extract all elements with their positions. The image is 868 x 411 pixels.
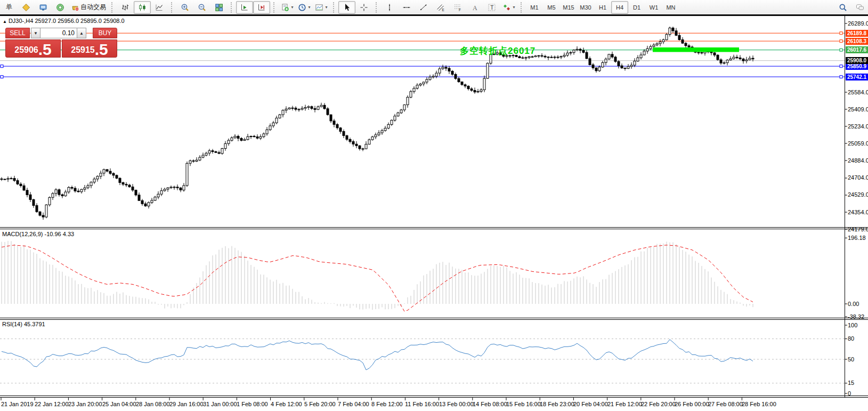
search-button[interactable] (834, 1, 851, 14)
chart-title: ▲DJ30-,H4 25927.0 25956.0 25895.0 25908.… (3, 18, 125, 24)
template-icon (315, 3, 323, 12)
chevron-down-icon: ▾ (325, 5, 327, 10)
templates-button[interactable]: ▾ (313, 1, 330, 14)
macd-axis-tick: -38.32 (848, 313, 864, 320)
new-order-button-label: 单 (6, 3, 12, 12)
svg-text:T: T (490, 4, 493, 10)
volume-decrease-button[interactable]: ▼ (31, 28, 40, 38)
cursor-icon (343, 3, 351, 12)
tf-m30-button[interactable]: M30 (577, 1, 594, 14)
navigator-icon (39, 3, 47, 12)
time-axis-label: 27 Feb 08:00 (708, 401, 743, 407)
price-axis-tick: 26289.0 (848, 20, 868, 27)
community-button[interactable] (851, 1, 868, 14)
price-axis-tick: 24884.0 (848, 157, 868, 164)
tf-h1-button[interactable]: H1 (594, 1, 611, 14)
text-button[interactable]: A (466, 1, 483, 14)
vertical-line-button[interactable] (381, 1, 398, 14)
buy-price[interactable]: 25915.5 (62, 39, 117, 58)
tf-m15-button[interactable]: M15 (560, 1, 577, 14)
zoom-out-button[interactable] (193, 1, 210, 14)
tf-m1-button[interactable]: M1 (526, 1, 543, 14)
chart-shift-button[interactable] (253, 1, 270, 14)
navigator-button[interactable] (35, 1, 52, 14)
trendline-button[interactable] (415, 1, 432, 14)
buy-price-frac: .5 (95, 42, 108, 57)
new-order-button[interactable]: 单 (1, 1, 18, 14)
toolbar-separator (273, 2, 277, 13)
price-axis-tick: 25234.0 (848, 123, 868, 130)
equidistant-channel-button[interactable]: E (432, 1, 449, 14)
sell-button[interactable]: SELL (5, 28, 30, 38)
macd-axis-tick: 0.00 (848, 301, 859, 308)
tf-h4-button[interactable]: H4 (611, 1, 628, 14)
text-label-button[interactable]: T (483, 1, 500, 14)
zoom-in-icon (181, 3, 189, 12)
horizontal-line-button[interactable] (398, 1, 415, 14)
time-axis-label: 23 Jan 20:00 (68, 401, 102, 407)
toolbar-separator (376, 2, 379, 13)
line-chart-button[interactable] (151, 1, 168, 14)
candlestick-chart-button[interactable] (134, 1, 151, 14)
time-axis-label: 31 Jan 00:00 (203, 401, 237, 407)
time-axis-label: 14 Feb 08:00 (473, 401, 507, 407)
cursor-button[interactable] (338, 1, 355, 14)
application-window: 单自动交易▾▾▾EFAT▾M1M5M15M30H1H4D1W1MN 26289.… (0, 0, 868, 411)
chart-canvas[interactable] (0, 0, 868, 411)
rsi-axis-tick: 15 (848, 380, 854, 386)
price-axis-tick: 25059.0 (848, 140, 868, 147)
autotrading-button[interactable]: 自动交易 (69, 1, 108, 14)
time-axis-label: 28 Feb 16:00 (742, 401, 776, 407)
rsi-axis-tick: 0 (848, 390, 851, 397)
bar-chart-button[interactable] (117, 1, 134, 14)
clock-icon (298, 3, 306, 12)
time-axis-label: 22 Feb 20:00 (641, 401, 676, 407)
line-icon (155, 3, 164, 12)
volume-input[interactable] (40, 28, 77, 38)
time-axis-label: 15 Feb 16:00 (506, 401, 541, 407)
toolbar-separator (111, 2, 115, 13)
zoom-in-button[interactable] (176, 1, 193, 14)
crosshair-button[interactable] (355, 1, 372, 14)
tf-d1-button[interactable]: D1 (628, 1, 645, 14)
current-price-badge: 25908.0 (846, 57, 868, 64)
market-watch-button[interactable] (18, 1, 35, 14)
tf-mn-button[interactable]: MN (662, 1, 679, 14)
trend-annotation[interactable]: 多空转折点26017 (460, 45, 536, 57)
search-icon (839, 3, 847, 12)
buy-button[interactable]: BUY (93, 28, 117, 38)
time-axis-label: 22 Jan 12:00 (35, 401, 69, 407)
tile-windows-button[interactable] (210, 1, 228, 14)
time-axis-label: 1 Feb 08:00 (237, 401, 268, 407)
autotrading-icon (71, 3, 79, 12)
price-level-badge: 26017.6 (846, 46, 868, 53)
collapse-panel-arrow[interactable]: ▲ (3, 19, 7, 24)
auto-scroll-button[interactable] (236, 1, 253, 14)
volume-stepper: ▼ ▲ (31, 28, 92, 38)
periods-button[interactable]: ▾ (296, 1, 313, 14)
time-axis-label: 21 Feb 12:00 (607, 401, 642, 407)
time-axis-label: 26 Feb 00:00 (675, 401, 709, 407)
toolbar-separator (231, 2, 234, 13)
time-axis-label: 20 Feb 04:00 (573, 401, 608, 407)
price-axis-tick: 24704.0 (848, 174, 868, 181)
trendline-icon (419, 3, 428, 12)
time-axis-label: 8 Feb 12:00 (371, 401, 403, 407)
toolbar-divider (0, 14, 868, 16)
terminal-icon (56, 3, 64, 12)
fibonacci-button[interactable]: F (449, 1, 466, 14)
tf-m5-button[interactable]: M5 (543, 1, 560, 14)
svg-text:F: F (459, 8, 461, 12)
tf-w1-button[interactable]: W1 (645, 1, 662, 14)
price-axis-tick: 25584.0 (848, 89, 868, 96)
sell-price[interactable]: 25906.5 (5, 39, 61, 58)
terminal-button[interactable] (52, 1, 69, 14)
indicators-button[interactable]: ▾ (279, 1, 296, 14)
sell-price-main: 25906 (14, 45, 38, 55)
channel-icon: E (436, 3, 445, 12)
arrows-button[interactable]: ▾ (500, 1, 517, 14)
volume-increase-button[interactable]: ▲ (77, 28, 86, 38)
price-level-badge: 26189.8 (846, 30, 868, 37)
chart-title-text: DJ30-,H4 25927.0 25956.0 25895.0 25908.0 (9, 18, 125, 24)
time-axis-label: 4 Feb 12:00 (271, 401, 302, 407)
